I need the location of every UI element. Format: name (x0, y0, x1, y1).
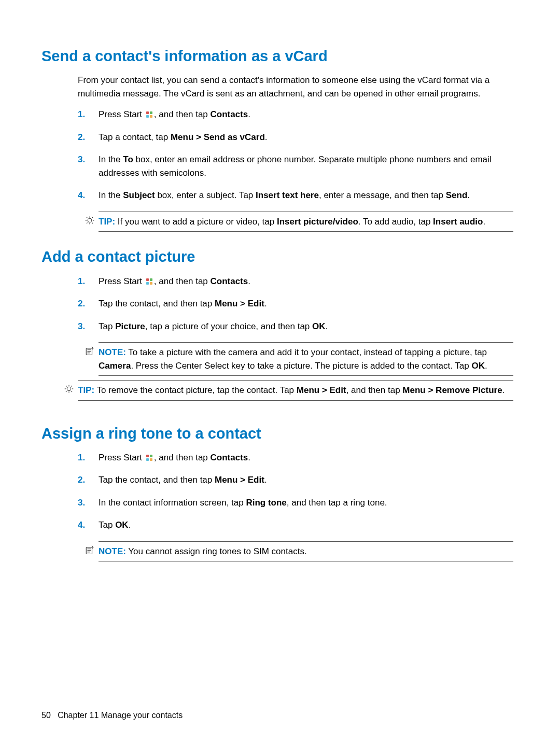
start-icon (146, 111, 153, 118)
step-number: 4. (78, 189, 85, 202)
step-number: 3. (78, 153, 85, 166)
note-label: NOTE: (99, 347, 126, 357)
note-icon (84, 345, 95, 357)
step-1: 1. Press Start , and then tap Contacts. (78, 451, 513, 465)
step-3: 3. In the contact information screen, ta… (78, 496, 513, 510)
start-icon (146, 454, 153, 461)
svg-line-7 (87, 222, 88, 223)
section-picture: Add a contact picture 1. Press Start , a… (41, 247, 513, 400)
tip-block-vcard: TIP: If you want to add a picture or vid… (99, 212, 513, 232)
chapter-title: Chapter 11 Manage your contacts (58, 711, 183, 720)
heading-vcard: Send a contact's information as a vCard (41, 47, 513, 65)
svg-line-5 (87, 217, 88, 218)
step-2: 2. Tap the contact, and then tap Menu > … (78, 297, 513, 311)
step-2: 2. Tap the contact, and then tap Menu > … (78, 473, 513, 487)
step-3: 3. In the To box, enter an email address… (78, 153, 513, 179)
divider (99, 375, 513, 376)
step-1: 1. Press Start , and then tap Contacts. (78, 108, 513, 121)
start-icon (146, 278, 153, 285)
svg-line-21 (72, 391, 73, 392)
tip-label: TIP: (78, 385, 94, 395)
lightbulb-icon (63, 383, 75, 395)
page-content: Send a contact's information as a vCard … (0, 0, 560, 561)
intro-vcard: From your contact list, you can send a c… (78, 74, 513, 100)
lightbulb-icon (84, 215, 95, 226)
divider (99, 561, 513, 561)
step-number: 2. (78, 473, 85, 487)
step-number: 1. (78, 108, 85, 121)
heading-picture: Add a contact picture (41, 247, 513, 266)
svg-line-19 (72, 386, 73, 387)
step-4: 4. In the Subject box, enter a subject. … (78, 189, 513, 202)
step-3: 3. Tap Picture, tap a picture of your ch… (78, 320, 513, 333)
note-icon (84, 544, 95, 556)
step-2: 2. Tap a contact, tap Menu > Send as vCa… (78, 131, 513, 144)
step-number: 3. (78, 496, 85, 510)
page-number: 50 (41, 711, 51, 720)
note-block-ringtone: NOTE: You cannot assign ring tones to SI… (99, 541, 513, 561)
step-1: 1. Press Start , and then tap Contacts. (78, 275, 513, 288)
step-4: 4. Tap OK. (78, 518, 513, 532)
step-number: 1. (78, 275, 85, 288)
section-vcard: Send a contact's information as a vCard … (41, 47, 513, 232)
step-number: 2. (78, 131, 85, 144)
divider (78, 400, 513, 401)
tip-block-picture: TIP: To remove the contact picture, tap … (78, 380, 513, 400)
svg-point-13 (67, 387, 71, 391)
section-ringtone: Assign a ring tone to a contact 1. Press… (41, 424, 513, 562)
steps-vcard: 1. Press Start , and then tap Contacts. … (78, 108, 513, 202)
heading-ringtone: Assign a ring tone to a contact (41, 424, 513, 443)
divider (99, 231, 513, 232)
page-footer: 50 Chapter 11 Manage your contacts (41, 711, 183, 720)
svg-point-0 (88, 218, 92, 222)
note-label: NOTE: (99, 546, 126, 556)
step-number: 1. (78, 451, 85, 465)
step-number: 3. (78, 320, 85, 333)
svg-line-8 (92, 222, 93, 223)
tip-label: TIP: (99, 217, 115, 227)
step-number: 4. (78, 518, 85, 532)
svg-line-20 (66, 391, 67, 392)
step-number: 2. (78, 297, 85, 311)
svg-line-6 (92, 217, 93, 218)
steps-ringtone: 1. Press Start , and then tap Contacts. … (78, 451, 513, 532)
svg-line-18 (66, 386, 67, 387)
note-block-picture: NOTE: To take a picture with the camera … (99, 342, 513, 375)
steps-picture: 1. Press Start , and then tap Contacts. … (78, 275, 513, 333)
